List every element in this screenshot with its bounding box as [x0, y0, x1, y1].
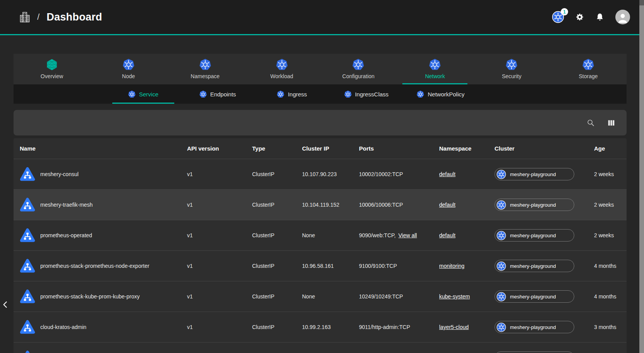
scrollbar[interactable]: [639, 0, 644, 353]
subtab-ingress[interactable]: Ingress: [255, 84, 329, 104]
cell-age: 4 months: [588, 263, 627, 269]
kubernetes-context-button[interactable]: 1: [552, 11, 564, 23]
cell-api-version: v1: [181, 293, 246, 300]
column-header-name[interactable]: Name: [14, 145, 181, 152]
settings-gear-icon[interactable]: [575, 12, 584, 22]
tab-node[interactable]: Node: [90, 54, 167, 84]
column-header-api-version[interactable]: API version: [181, 145, 246, 152]
column-header-ports[interactable]: Ports: [353, 145, 433, 152]
tab-storage[interactable]: Storage: [550, 54, 627, 84]
service-name: prometheus-operated: [40, 232, 92, 238]
kubernetes-icon: [417, 91, 424, 98]
cell-type: ClusterIP: [246, 232, 296, 238]
cluster-chip[interactable]: meshery-playground: [495, 290, 574, 303]
cell-ports: 9011/http-admin:TCP: [353, 324, 433, 330]
column-header-age[interactable]: Age: [588, 145, 627, 152]
namespace-link[interactable]: default: [439, 171, 455, 177]
cluster-chip[interactable]: meshery-playground: [495, 321, 574, 333]
namespace-link[interactable]: default: [439, 202, 455, 208]
tab-overview[interactable]: Overview: [14, 54, 90, 84]
service-icon: [20, 319, 35, 335]
service-icon: [20, 228, 35, 243]
service-name: meshery-consul: [40, 171, 79, 177]
subtab-ingressclass[interactable]: IngressClass: [329, 84, 404, 104]
cell-cluster: meshery-playground: [488, 351, 588, 353]
service-icon: [20, 197, 35, 212]
table-row[interactable]: cloud-kratos-admin v1 ClusterIP 10.99.2.…: [14, 312, 627, 342]
table-row[interactable]: meshery-traefik-mesh v1 ClusterIP 10.104…: [14, 189, 627, 220]
kubernetes-icon: [344, 91, 352, 98]
column-header-namespace[interactable]: Namespace: [433, 145, 488, 152]
tab-workload[interactable]: Workload: [244, 54, 320, 84]
cell-age: 2 weeks: [588, 171, 627, 177]
namespace-link[interactable]: layer5-cloud: [439, 324, 469, 330]
cell-api-version: v1: [181, 324, 246, 330]
cell-age: 2 weeks: [588, 202, 627, 208]
cell-api-version: v1: [181, 263, 246, 269]
scrollbar-track: [639, 0, 644, 5]
column-header-cluster[interactable]: Cluster: [488, 145, 588, 152]
meshery-icon: [46, 59, 58, 70]
org-logo-building-icon[interactable]: [19, 11, 31, 23]
table-row[interactable]: prometheus-stack-prometheus-node-exporte…: [14, 250, 627, 281]
cell-api-version: v1: [181, 202, 246, 208]
search-icon[interactable]: [586, 118, 595, 127]
cell-name: meshery-traefik-mesh: [14, 197, 181, 212]
cluster-chip[interactable]: meshery-playground: [495, 168, 574, 180]
cell-cluster-ip: 10.99.2.163: [296, 324, 353, 330]
view-columns-icon[interactable]: [607, 118, 616, 127]
cell-ports: 10006/10006:TCP: [353, 202, 433, 208]
cell-cluster-ip: None: [296, 232, 353, 238]
notifications-bell-icon[interactable]: [595, 12, 605, 22]
cell-name: prometheus-stack-prometheus-node-exporte…: [14, 258, 181, 274]
tab-configuration[interactable]: Configuration: [320, 54, 397, 84]
service-icon: [20, 289, 35, 304]
table-row[interactable]: prometheus-stack-kube-prom-kube-proxy v1…: [14, 281, 627, 312]
view-all-link[interactable]: View all: [398, 232, 417, 238]
cell-cluster-ip: 10.104.119.152: [296, 202, 353, 208]
namespace-link[interactable]: kube-system: [439, 293, 470, 300]
cell-cluster: meshery-playground: [488, 199, 588, 211]
cell-cluster-ip: 10.96.58.161: [296, 263, 353, 269]
network-resource-tabs: Service Endpoints Ingress IngressClass N…: [14, 84, 627, 104]
tab-namespace[interactable]: Namespace: [167, 54, 244, 84]
cell-name: prometheus-operated: [14, 228, 181, 243]
tab-network[interactable]: Network: [397, 54, 473, 84]
service-icon: [20, 166, 35, 182]
person-icon: [616, 11, 629, 24]
kubernetes-icon: [496, 231, 506, 240]
table-row[interactable]: meshery meshery-playground: [14, 342, 627, 353]
cell-namespace: kube-system: [433, 293, 488, 300]
subtab-endpoints[interactable]: Endpoints: [180, 84, 255, 104]
service-icon: [20, 258, 35, 274]
namespace-link[interactable]: default: [439, 232, 455, 238]
kubernetes-icon: [496, 292, 506, 302]
subtab-service[interactable]: Service: [106, 84, 180, 104]
column-header-cluster-ip[interactable]: Cluster IP: [296, 145, 353, 152]
cell-api-version: v1: [181, 232, 246, 238]
subtab-networkpolicy[interactable]: NetworkPolicy: [404, 84, 478, 104]
user-avatar[interactable]: [615, 10, 630, 24]
cluster-chip[interactable]: meshery-playground: [495, 199, 574, 211]
service-name: cloud-kratos-admin: [40, 324, 86, 330]
cluster-chip[interactable]: meshery-playground: [495, 229, 574, 242]
kubernetes-icon: [506, 59, 517, 70]
table-header-row: Name API version Type Cluster IP Ports N…: [14, 138, 627, 159]
cluster-chip[interactable]: meshery-playground: [495, 351, 574, 353]
table-toolbar: [14, 110, 627, 135]
cell-namespace: layer5-cloud: [433, 324, 488, 330]
cluster-chip[interactable]: meshery-playground: [495, 260, 574, 272]
cell-namespace: default: [433, 202, 488, 208]
drawer-collapse-button[interactable]: [1, 298, 10, 311]
table-row[interactable]: meshery-consul v1 ClusterIP 10.107.90.22…: [14, 159, 627, 189]
cell-age: 4 months: [588, 293, 627, 300]
kubernetes-icon: [128, 91, 136, 98]
cell-cluster: meshery-playground: [488, 168, 588, 180]
namespace-link[interactable]: monitoring: [439, 263, 464, 269]
column-header-type[interactable]: Type: [246, 145, 296, 152]
table-row[interactable]: prometheus-operated v1 ClusterIP None 90…: [14, 220, 627, 250]
accent-divider: [0, 34, 644, 35]
cell-name: meshery-consul: [14, 166, 181, 182]
tab-security[interactable]: Security: [473, 54, 550, 84]
resource-category-tabs: Overview Node Namespace Workload Configu…: [14, 54, 627, 84]
